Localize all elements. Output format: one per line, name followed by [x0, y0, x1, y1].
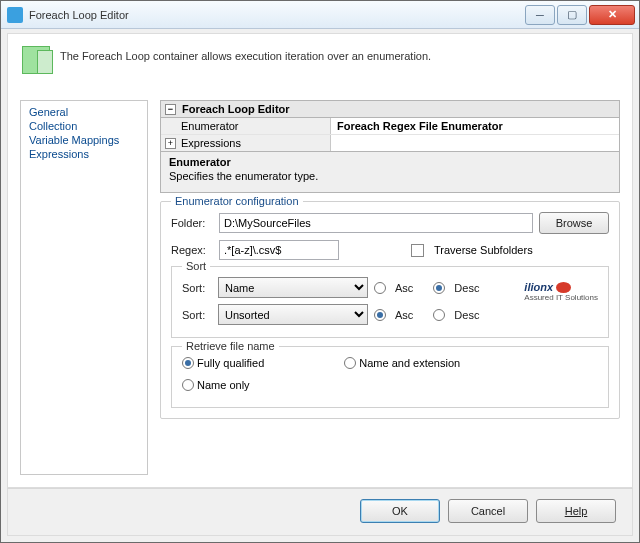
propgrid-section-header[interactable]: − Foreach Loop Editor	[161, 101, 619, 118]
retrieve-group: Retrieve file name Fully qualified Name …	[171, 346, 609, 408]
sort-group: Sort Sort: Name Asc Desc Sor	[171, 266, 609, 338]
logo-dot-icon	[556, 282, 571, 293]
sort-primary-asc-label: Asc	[395, 282, 413, 294]
dialog-body: General Collection Variable Mappings Exp…	[7, 90, 633, 488]
sort-primary-desc-label: Desc	[454, 282, 479, 294]
radio-fully-qualified[interactable]	[182, 357, 194, 369]
sort-secondary-label: Sort:	[182, 309, 212, 321]
label-name-and-extension: Name and extension	[359, 357, 460, 369]
sort-secondary-asc-radio[interactable]	[374, 309, 386, 321]
nav-item-collection[interactable]: Collection	[21, 119, 147, 133]
dialog-window: Foreach Loop Editor ─ ▢ ✕ The Foreach Lo…	[0, 0, 640, 543]
opt-fully-qualified[interactable]: Fully qualified	[182, 357, 264, 369]
radio-name-only[interactable]	[182, 379, 194, 391]
propgrid-row-expressions[interactable]: + Expressions	[161, 135, 619, 151]
logo-subtitle: Assured IT Solutions	[524, 293, 598, 302]
label-fully-qualified: Fully qualified	[197, 357, 264, 369]
propgrid-row-enumerator[interactable]: Enumerator Foreach Regex File Enumerator	[161, 118, 619, 135]
sort-secondary-select[interactable]: Unsorted	[218, 304, 368, 325]
label-name-only: Name only	[197, 379, 250, 391]
radio-name-and-extension[interactable]	[344, 357, 356, 369]
nav-panel: General Collection Variable Mappings Exp…	[20, 100, 148, 475]
sort-primary-label: Sort:	[182, 282, 212, 294]
sort-secondary-desc-label: Desc	[454, 309, 479, 321]
nav-item-general[interactable]: General	[21, 105, 147, 119]
help-button-label: Help	[565, 505, 588, 517]
nav-item-expressions[interactable]: Expressions	[21, 147, 147, 161]
maximize-button[interactable]: ▢	[557, 5, 587, 25]
expand-icon[interactable]: +	[165, 138, 176, 149]
opt-name-only[interactable]: Name only	[182, 379, 250, 391]
header-strip: The Foreach Loop container allows execut…	[7, 33, 633, 90]
sort-secondary-row: Sort: Unsorted Asc Desc	[182, 304, 598, 325]
folder-label: Folder:	[171, 217, 213, 229]
sort-secondary-desc-radio[interactable]	[433, 309, 445, 321]
retrieve-legend: Retrieve file name	[182, 340, 279, 352]
nav-item-variable-mappings[interactable]: Variable Mappings	[21, 133, 147, 147]
right-panel: − Foreach Loop Editor Enumerator Foreach…	[160, 100, 620, 475]
sort-legend: Sort	[182, 260, 210, 272]
titlebar[interactable]: Foreach Loop Editor ─ ▢ ✕	[1, 1, 639, 29]
propgrid-section-title: Foreach Loop Editor	[182, 103, 290, 115]
traverse-label: Traverse Subfolders	[434, 244, 533, 256]
folder-row: Folder: Browse	[171, 212, 609, 234]
traverse-checkbox[interactable]	[411, 244, 424, 257]
help-button[interactable]: Help	[536, 499, 616, 523]
sort-secondary-asc-label: Asc	[395, 309, 413, 321]
prop-value-expressions[interactable]	[331, 135, 619, 151]
dialog-footer: OK Cancel Help	[7, 488, 633, 536]
sort-primary-desc-radio[interactable]	[433, 282, 445, 294]
collapse-icon[interactable]: −	[165, 104, 176, 115]
prop-value-enumerator[interactable]: Foreach Regex File Enumerator	[331, 118, 619, 134]
window-controls: ─ ▢ ✕	[523, 5, 635, 25]
prop-label-enumerator: Enumerator	[161, 118, 331, 134]
window-title: Foreach Loop Editor	[29, 9, 523, 21]
app-icon	[7, 7, 23, 23]
property-grid: − Foreach Loop Editor Enumerator Foreach…	[160, 100, 620, 152]
ilionx-logo: ilionx Assured IT Solutions	[524, 281, 598, 302]
prop-label-expressions-text: Expressions	[181, 137, 241, 149]
sort-primary-asc-radio[interactable]	[374, 282, 386, 294]
minimize-button[interactable]: ─	[525, 5, 555, 25]
prop-desc-body: Specifies the enumerator type.	[169, 170, 611, 182]
enumerator-config-legend: Enumerator configuration	[171, 195, 303, 207]
logo-text: ilionx	[524, 281, 553, 293]
header-description: The Foreach Loop container allows execut…	[60, 46, 431, 62]
foreach-loop-icon	[22, 46, 50, 74]
close-button[interactable]: ✕	[589, 5, 635, 25]
regex-label: Regex:	[171, 244, 213, 256]
property-description: Enumerator Specifies the enumerator type…	[160, 152, 620, 193]
cancel-button[interactable]: Cancel	[448, 499, 528, 523]
regex-input[interactable]	[219, 240, 339, 260]
enumerator-config-group: Enumerator configuration Folder: Browse …	[160, 201, 620, 419]
prop-label-expressions: + Expressions	[161, 135, 331, 151]
browse-button[interactable]: Browse	[539, 212, 609, 234]
folder-input[interactable]	[219, 213, 533, 233]
sort-primary-select[interactable]: Name	[218, 277, 368, 298]
prop-desc-title: Enumerator	[169, 156, 611, 168]
ok-button[interactable]: OK	[360, 499, 440, 523]
regex-row: Regex: Traverse Subfolders	[171, 240, 609, 260]
opt-name-and-extension[interactable]: Name and extension	[344, 357, 460, 369]
